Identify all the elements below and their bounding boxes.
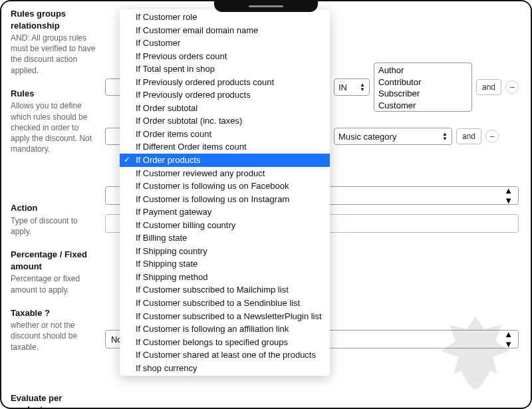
- carets-icon: ▲▼: [504, 186, 513, 205]
- role-option[interactable]: Subscriber: [378, 88, 467, 100]
- dropdown-item[interactable]: If Order products: [120, 154, 330, 167]
- dropdown-item[interactable]: If Shipping country: [120, 245, 330, 258]
- dropdown-item[interactable]: If Customer shared at least one of the p…: [120, 348, 330, 362]
- dropdown-item[interactable]: If Previous orders count: [120, 50, 330, 63]
- rules-desc: Allows you to define which rules should …: [11, 100, 96, 154]
- dropdown-item[interactable]: If Previously ordered products: [120, 88, 330, 102]
- rules-groups-title: Rules groups relationship: [11, 8, 96, 31]
- rules-groups-desc: AND: All groups rules must be verified t…: [11, 33, 96, 76]
- carets-icon: ▲▼: [442, 132, 448, 141]
- dropdown-item[interactable]: If Different Order items count: [120, 140, 330, 154]
- dropdown-item[interactable]: If Customer subscribed to Mailchimp list: [120, 283, 330, 297]
- sidebar-percentage: Percentage / Fixed amount Percentage or …: [11, 249, 96, 295]
- dropdown-item[interactable]: If Customer: [120, 37, 330, 50]
- role-option[interactable]: Author: [378, 65, 467, 76]
- device-notch: [214, 0, 318, 12]
- dropdown-item[interactable]: If Customer subscribed to a Sendinblue l…: [120, 297, 330, 310]
- percentage-title: Percentage / Fixed amount: [11, 249, 96, 272]
- and-button[interactable]: and: [476, 79, 501, 95]
- roles-multiselect[interactable]: Author Contributor Subscriber Customer: [374, 63, 472, 112]
- role-option[interactable]: Customer: [378, 100, 467, 112]
- percentage-desc: Percentage or fixed amount to apply.: [11, 273, 96, 295]
- minus-icon: −: [509, 82, 515, 92]
- dropdown-item[interactable]: If Customer belongs to specified groups: [120, 336, 330, 349]
- action-title: Action: [11, 202, 96, 214]
- sidebar-action: Action Type of discount to apply.: [11, 202, 96, 237]
- dropdown-item[interactable]: If Customer is following us on Instagram: [120, 193, 330, 206]
- dropdown-item[interactable]: If shop currency: [120, 362, 330, 375]
- dropdown-item[interactable]: If Order items count: [120, 128, 330, 141]
- rules-title: Rules: [11, 88, 96, 100]
- sidebar: Rules groups relationship AND: All group…: [4, 8, 101, 405]
- dropdown-item[interactable]: If Shipping state: [120, 257, 330, 271]
- dropdown-item[interactable]: If Payment gateway: [120, 205, 330, 219]
- taxable-desc: whether or not the discount should be ta…: [11, 320, 96, 352]
- sidebar-rules: Rules Allows you to define which rules s…: [11, 88, 96, 154]
- sidebar-taxable: Taxable ? whether or not the discount sh…: [11, 307, 96, 352]
- and-button[interactable]: and: [456, 128, 481, 144]
- carets-icon: ▲▼: [360, 82, 365, 92]
- rule2-category-value: Music category: [338, 132, 396, 142]
- remove-rule-button[interactable]: −: [505, 80, 519, 94]
- rule-condition-dropdown[interactable]: If Customer roleIf Customer email domain…: [120, 9, 330, 376]
- dropdown-item[interactable]: If Customer is following us on Facebook: [120, 180, 330, 193]
- sidebar-evaluate: Evaluate per product Run the calculation…: [11, 392, 96, 409]
- remove-rule-button[interactable]: −: [485, 130, 499, 143]
- rule2-category-select[interactable]: Music category ▲▼: [334, 128, 452, 145]
- dropdown-item[interactable]: If Customer role: [120, 11, 330, 24]
- dropdown-item[interactable]: If Customer reviewed any product: [120, 167, 330, 180]
- rule1-operator-value: IN: [338, 82, 347, 92]
- dropdown-item[interactable]: If Customer billing country: [120, 219, 330, 232]
- minus-icon: −: [489, 131, 495, 142]
- dropdown-item[interactable]: If Billing state: [120, 231, 330, 245]
- dropdown-item[interactable]: If Customer email domain name: [120, 24, 330, 37]
- rule1-operator-select[interactable]: IN ▲▼: [334, 78, 370, 96]
- dropdown-item[interactable]: If Customer subscribed to a NewsletterPl…: [120, 310, 330, 323]
- sidebar-rules-groups: Rules groups relationship AND: All group…: [11, 8, 96, 76]
- evaluate-title: Evaluate per product: [11, 392, 96, 409]
- dropdown-item[interactable]: If Shipping method: [120, 271, 330, 284]
- dropdown-item[interactable]: If Order subtotal (inc. taxes): [120, 114, 330, 128]
- dropdown-item[interactable]: If Previously ordered products count: [120, 76, 330, 89]
- dropdown-item[interactable]: If Order subtotal: [120, 102, 330, 115]
- role-option[interactable]: Contributor: [378, 76, 467, 88]
- dropdown-item[interactable]: If Customer is following an affiliation …: [120, 323, 330, 336]
- brand-logo-icon: [432, 312, 519, 398]
- dropdown-item[interactable]: If Total spent in shop: [120, 63, 330, 76]
- taxable-title: Taxable ?: [11, 307, 96, 319]
- action-desc: Type of discount to apply.: [11, 215, 96, 237]
